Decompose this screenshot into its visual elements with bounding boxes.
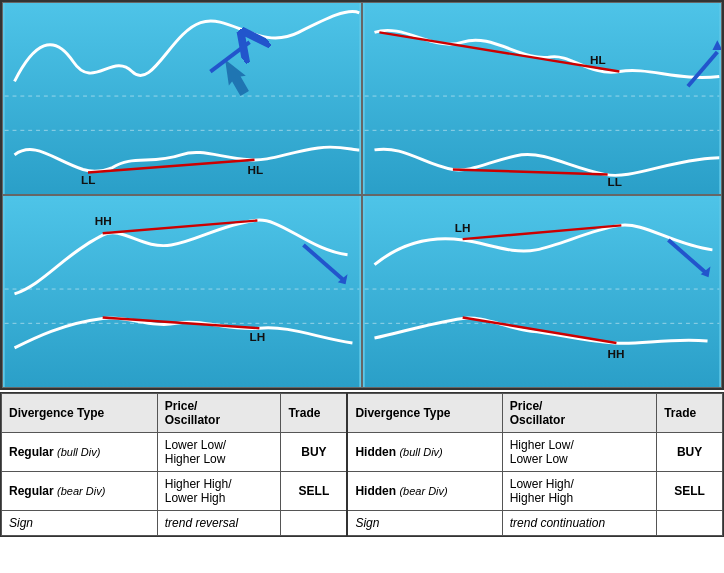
trade-1-bull: BUY (281, 433, 347, 472)
svg-text:HH: HH (95, 214, 112, 227)
svg-text:HL: HL (248, 163, 264, 176)
svg-text:HL: HL (590, 53, 606, 66)
sign-value-1: trend reversal (157, 511, 281, 536)
div-type-2-bear: Hidden (bear Div) (347, 472, 502, 511)
svg-text:HH: HH (608, 347, 625, 360)
table-row-sign: Sign trend reversal Sign trend continuat… (2, 511, 723, 536)
sign-trade-2 (657, 511, 723, 536)
table-row-bear: Regular (bear Div) Higher High/Lower Hig… (2, 472, 723, 511)
trade-1-bear: SELL (281, 472, 347, 511)
svg-text:LL: LL (81, 173, 95, 186)
chart-bottom-left: HH LH (2, 195, 362, 388)
sign-trade-1 (281, 511, 347, 536)
svg-rect-26 (365, 196, 720, 387)
col-header-price-osc-2: Price/Oscillator (502, 394, 656, 433)
sign-label-2: Sign (347, 511, 502, 536)
charts-grid: LL HL (0, 0, 724, 390)
chart-bottom-right: LH HH (362, 195, 722, 388)
col-header-trade-2: Trade (657, 394, 723, 433)
col-header-div-type-1: Divergence Type (2, 394, 158, 433)
col-header-trade-1: Trade (281, 394, 347, 433)
price-osc-2-bear: Lower High/Higher High (502, 472, 656, 511)
price-osc-1-bear: Higher High/Lower High (157, 472, 281, 511)
col-header-price-osc-1: Price/Oscillator (157, 394, 281, 433)
svg-rect-17 (5, 196, 360, 387)
sign-value-2: trend continuation (502, 511, 656, 536)
chart-top-right: HL LL (362, 2, 722, 195)
price-osc-1-bull: Lower Low/Higher Low (157, 433, 281, 472)
svg-text:LH: LH (250, 330, 266, 343)
divergence-table: Divergence Type Price/Oscillator Trade D… (0, 392, 724, 537)
col-header-div-type-2: Divergence Type (347, 394, 502, 433)
sign-label-1: Sign (2, 511, 158, 536)
div-type-2-bull: Hidden (bull Div) (347, 433, 502, 472)
trade-2-bear: SELL (657, 472, 723, 511)
div-type-1-bull: Regular (bull Div) (2, 433, 158, 472)
div-type-1-bear: Regular (bear Div) (2, 472, 158, 511)
table-row-bull: Regular (bull Div) Lower Low/Higher Low … (2, 433, 723, 472)
trade-2-bull: BUY (657, 433, 723, 472)
svg-text:LL: LL (608, 175, 622, 188)
svg-text:LH: LH (455, 221, 471, 234)
price-osc-2-bull: Higher Low/Lower Low (502, 433, 656, 472)
chart-top-left: LL HL (2, 2, 362, 195)
